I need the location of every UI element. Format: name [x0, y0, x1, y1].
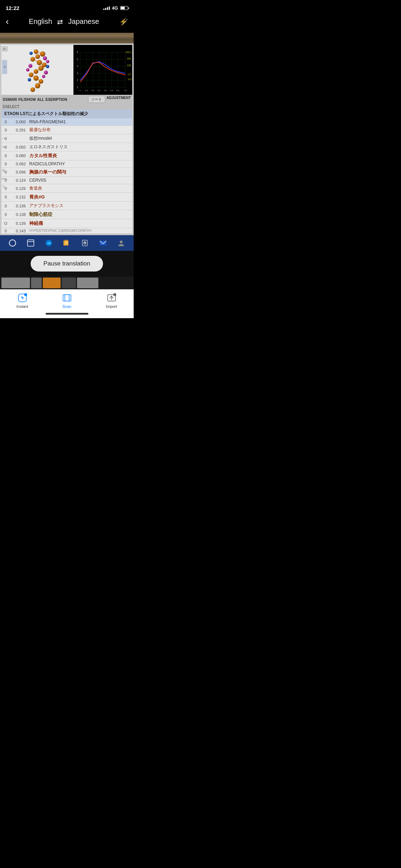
source-language[interactable]: English	[29, 17, 52, 26]
svg-point-20	[46, 65, 49, 68]
row-num: 0	[1, 212, 10, 217]
status-right: 4G	[103, 5, 128, 11]
row-num: 0	[1, 128, 10, 132]
taskbar-files-icon[interactable]	[61, 238, 72, 248]
adjustment-label: ADJUSTMENT	[107, 96, 131, 103]
svg-text:6: 6	[77, 51, 78, 54]
taskbar-security-icon[interactable]	[79, 238, 90, 248]
left-label: ハ	[1, 136, 5, 140]
svg-point-16	[26, 68, 29, 71]
row-num: 0	[1, 195, 10, 199]
home-indicator	[0, 311, 134, 318]
svg-text:4: 4	[77, 64, 78, 68]
row-val: 0.143	[10, 229, 28, 233]
blinds-area	[0, 33, 134, 43]
row-val: 0.080	[10, 154, 28, 158]
taskbar-circle-icon[interactable]	[7, 238, 18, 248]
row-val: 0.000	[10, 120, 28, 124]
row-name: エロネスガストリス	[28, 144, 132, 150]
row-num: 0	[1, 162, 10, 166]
svg-rect-83	[63, 295, 71, 301]
table-row[interactable]: 0 0.000 RNA-FRAGMEN41	[1, 118, 132, 126]
svg-point-18	[42, 75, 45, 78]
table-row[interactable]: 0 0.080 カタル性胃炎	[1, 151, 132, 160]
description-label: ESERIPTION	[46, 98, 67, 102]
instant-icon: +	[17, 293, 27, 303]
svg-text:1.: 1.	[79, 89, 81, 92]
back-button[interactable]: ‹	[6, 16, 9, 27]
table-row[interactable]: O 0.139 神経痛	[1, 219, 132, 228]
table-row[interactable]: 0 0.138 制限心筋症	[1, 210, 132, 219]
svg-text:5: 5	[77, 58, 78, 61]
chart-svg: 6 5 4 3 2 1 1. 2.6 3.4 4.2 4.9 5.8 6.6 7…	[73, 45, 132, 95]
svg-text:3.4: 3.4	[91, 89, 94, 92]
taskbar-profile-icon[interactable]	[116, 238, 127, 248]
left-label: ラ...	[1, 185, 7, 189]
row-name: CERVIIS	[28, 178, 132, 183]
nav-item-scan[interactable]: Scan	[45, 293, 89, 309]
row-val: 0.136	[10, 204, 28, 208]
network-type: 4G	[112, 5, 118, 11]
status-bar: 12:22 4G	[0, 0, 134, 13]
table-row[interactable]: 0 0.132 胃炎#G	[1, 193, 132, 202]
svg-rect-74	[65, 241, 68, 244]
nav-bar: ‹ English ⇄ Japanese ⚡̸	[0, 13, 134, 33]
scan-icon	[62, 293, 72, 303]
table-row[interactable]: ハ 0 仮想mnodel	[1, 134, 132, 143]
data-table: 0 0.000 RNA-FRAGMEN41 0 0.291 最適な分布 ハ 0 …	[1, 118, 132, 234]
row-name: RADICULOPATHY	[28, 161, 132, 166]
svg-text:7.8: 7.8	[124, 89, 127, 92]
thumbnail-item[interactable]	[62, 278, 76, 288]
screen-content: A- S	[0, 43, 134, 235]
filishow-label: FILISHOW	[18, 98, 36, 102]
nav-item-instant[interactable]: + Instant	[0, 293, 45, 309]
table-row[interactable]: ラ... 0 0.126 食道炎	[1, 184, 132, 193]
row-num: 0	[1, 229, 10, 233]
row-name: 胃炎#G	[28, 194, 132, 200]
row-name: 仮想mnodel	[28, 135, 132, 141]
svg-text:4.9: 4.9	[104, 89, 107, 92]
left-label: Sd	[1, 145, 6, 149]
thumbnail-item[interactable]	[31, 278, 42, 288]
pause-translation-button[interactable]: Pause translation	[31, 256, 103, 272]
taskbar-window-icon[interactable]	[25, 238, 36, 248]
table-row-partial: 0 0.143 HYPERTROPHIC CARDIOMYOPATHY	[1, 228, 132, 234]
row-name: アナプラスモシス	[28, 203, 132, 209]
thumbnail-item[interactable]	[1, 278, 30, 288]
row-name: RNA-FRAGMEN41	[28, 119, 132, 124]
svg-text:17.: 17.	[128, 73, 132, 76]
flash-icon[interactable]: ⚡̸	[119, 17, 128, 26]
row-val: 0.138	[10, 212, 28, 217]
svg-text:+: +	[114, 294, 115, 296]
row-val: 0.124	[10, 178, 28, 182]
table-row[interactable]: 告 0 0.096 胸腺の単一の関与	[1, 168, 132, 177]
svg-text:200.: 200.	[127, 57, 132, 60]
battery-icon	[120, 6, 128, 10]
svg-point-19	[29, 52, 32, 55]
pause-area: Pause translation	[0, 251, 134, 277]
row-name: 神経痛	[28, 220, 132, 227]
taskbar-edge-icon[interactable]	[43, 238, 54, 248]
sort-button[interactable]: ソート	[88, 96, 105, 103]
row-name: カタル性胃炎	[28, 153, 132, 159]
scan-label: Scan	[62, 304, 71, 309]
thumbnail-item[interactable]	[43, 278, 61, 288]
chart-area: 6 5 4 3 2 1 1. 2.6 3.4 4.2 4.9 5.8 6.6 7…	[73, 45, 132, 95]
target-language[interactable]: Japanese	[68, 17, 99, 26]
taskbar-mail-icon[interactable]	[98, 238, 108, 248]
nav-item-import[interactable]: + Import	[89, 293, 134, 309]
thumbnail-item[interactable]	[77, 278, 98, 288]
signal-icon	[103, 6, 110, 10]
sidebar-left-label: S	[2, 60, 7, 74]
import-label: Import	[106, 304, 117, 309]
table-row[interactable]: Sd 0 0.050 エロネスガストリス	[1, 143, 132, 151]
menu-button-row: DSMARI FILISHOW ALL ESERIPTION ソート ADJUS…	[1, 95, 132, 104]
swap-languages-icon[interactable]: ⇄	[57, 17, 63, 26]
svg-rect-34	[73, 46, 132, 94]
table-row[interactable]: 0 0.291 最適な分布	[1, 126, 132, 134]
table-row[interactable]: arat... 0 0.124 CERVIIS	[1, 177, 132, 184]
table-row[interactable]: 0 0.136 アナプラスモシス	[1, 202, 132, 210]
instant-label: Instant	[16, 304, 28, 309]
table-header: ETAON LSTによるスペクトル類似性の減少	[1, 109, 132, 118]
table-row[interactable]: 0 0.092 RADICULOPATHY	[1, 160, 132, 168]
